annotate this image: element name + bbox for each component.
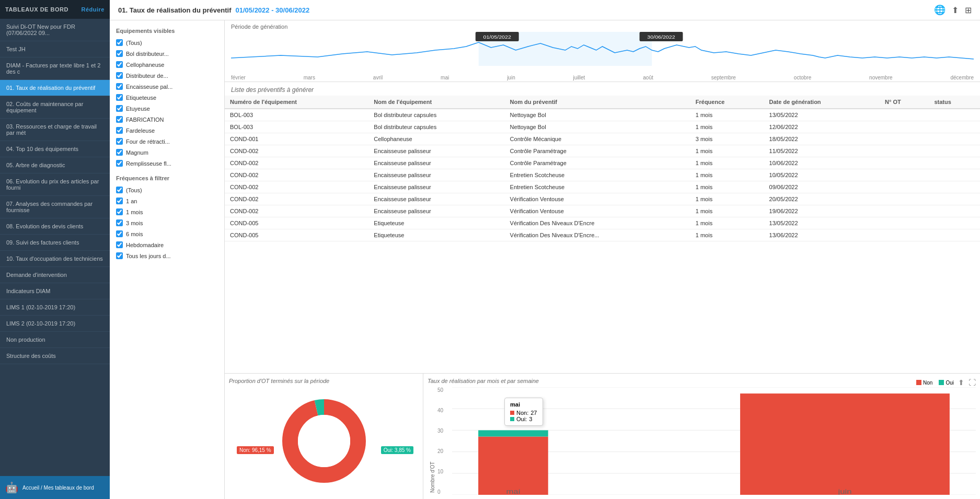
filter-top-icon[interactable]: ⊞ — [965, 5, 972, 15]
filter-equipment-bol_distributeur___[interactable]: Bol distributeur... — [110, 48, 224, 59]
bar-panel: Taux de réalisation par mois et par sema… — [423, 374, 980, 499]
cell-date: 19/06/2022 — [764, 205, 880, 217]
sidebar-item-couts-maintenance[interactable]: 02. Coûts de maintenance par équipement — [0, 96, 110, 119]
cell-nom-prev: Contrôle Mécanique — [505, 133, 690, 145]
cell-date: 10/05/2022 — [764, 169, 880, 181]
table-row: COND-002 Encaisseuse palisseur Vérificat… — [225, 193, 980, 205]
bar-tooltip: mai Non: 27 Oui: 3 — [504, 398, 543, 426]
expand-icon[interactable]: ⛶ — [969, 378, 976, 387]
timeline-area: Période de génération 01/05/2022 — [225, 20, 980, 82]
legend-oui-dot — [939, 380, 944, 385]
cell-ot — [880, 229, 929, 241]
filter-equipment-cellophaneuse[interactable]: Cellophaneuse — [110, 59, 224, 70]
filter-equipment-fabrication[interactable]: FABRICATION — [110, 114, 224, 125]
sidebar-item-indicateurs-diam[interactable]: Indicateurs DIAM — [0, 283, 110, 299]
cell-status — [929, 169, 980, 181]
sidebar-item-evolution-devis[interactable]: 08. Evolution des devis clients — [0, 218, 110, 235]
cell-nom-prev: Vérification Des Niveaux D'Encre — [505, 217, 690, 229]
donut-panel: Proportion d'OT terminés sur la période … — [225, 374, 423, 499]
cell-freq: 1 mois — [690, 193, 764, 205]
svg-text:mai: mai — [506, 488, 520, 495]
sidebar-item-taux-occupation[interactable]: 10. Taux d'occupation des techniciens — [0, 251, 110, 267]
tooltip-title: mai — [510, 401, 537, 408]
cell-num: COND-002 — [225, 205, 368, 217]
filter-freq-6_mois[interactable]: 6 mois — [110, 228, 224, 239]
sidebar-item-taux-realisation[interactable]: 01. Taux de réalisation du préventif — [0, 80, 110, 96]
share-icon[interactable]: ⬆ — [952, 5, 959, 15]
filter-equipment-etuyeuse[interactable]: Etuyeuse — [110, 103, 224, 114]
filter-equipment-magnum[interactable]: Magnum — [110, 147, 224, 158]
cell-status — [929, 217, 980, 229]
sidebar-item-ressources-charge[interactable]: 03. Ressources et charge de travail par … — [0, 119, 110, 141]
cell-status — [929, 109, 980, 121]
col-ot: N° OT — [880, 96, 929, 109]
filter-freq-tous_les_jours_d___[interactable]: Tous les jours d... — [110, 250, 224, 261]
col-num-equipement: Numéro de l'équipement — [225, 96, 368, 109]
sidebar-item-lims-2[interactable]: LIMS 2 (02-10-2019 17:20) — [0, 316, 110, 332]
cell-num: COND-005 — [225, 229, 368, 241]
cell-freq: 1 mois — [690, 157, 764, 169]
sidebar-item-evolution-prix[interactable]: 06. Evolution du prix des articles par f… — [0, 173, 110, 196]
svg-rect-17 — [740, 393, 950, 495]
cell-num: COND-002 — [225, 181, 368, 193]
filter-equipment-four_de_r_tracti___[interactable]: Four de rétracti... — [110, 136, 224, 147]
y-labels: 50 40 30 20 10 0 — [437, 387, 452, 495]
sidebar-item-lims-1[interactable]: LIMS 1 (02-10-2019 17:20) — [0, 299, 110, 316]
globe-icon[interactable]: 🌐 — [934, 4, 946, 16]
reduce-button[interactable]: Réduire — [82, 6, 105, 13]
sidebar-item-demande-intervention[interactable]: Demande d'intervention — [0, 267, 110, 283]
tooltip-non-row: Non: 27 — [510, 410, 537, 416]
filter-freq-hebdomadaire[interactable]: Hebdomadaire — [110, 239, 224, 250]
sidebar-item-structure-couts[interactable]: Structure des coûts — [0, 348, 110, 364]
filter-equipment-encaisseuse_pal___[interactable]: Encaisseuse pal... — [110, 81, 224, 92]
filter-freq-1_mois[interactable]: 1 mois — [110, 206, 224, 217]
sidebar-item-non-production[interactable]: Non production — [0, 332, 110, 348]
tooltip-oui-row: Oui: 3 — [510, 416, 537, 422]
donut-non-label: Non: 96,15 % — [237, 446, 274, 454]
sidebar-item-suivi-di-ot[interactable]: Suivi Di-OT New pour FDR (07/06/2022 09.… — [0, 19, 110, 41]
table-title: Liste des préventifs à générer — [225, 82, 980, 96]
table-row: BOL-003 Bol distributeur capsules Nettoy… — [225, 121, 980, 133]
table-row: BOL-003 Bol distributeur capsules Nettoy… — [225, 109, 980, 121]
filter-equipment-fardeleuse[interactable]: Fardeleuse — [110, 125, 224, 136]
cell-num: BOL-003 — [225, 121, 368, 133]
sidebar-footer: 🤖 Accueil / Mes tableaux de bord — [0, 476, 110, 499]
filter-freq-1_an[interactable]: 1 an — [110, 195, 224, 206]
filter-equipment-etiqueteuse[interactable]: Etiqueteuse — [110, 92, 224, 103]
sidebar-items: Suivi Di-OT New pour FDR (07/06/2022 09.… — [0, 19, 110, 364]
timeline-title: Période de génération — [231, 24, 974, 30]
table-row: COND-002 Encaisseuse palisseur Entretien… — [225, 181, 980, 193]
col-nom-preventif: Nom du préventif — [505, 96, 690, 109]
col-date-generation: Date de génération — [764, 96, 880, 109]
cell-freq: 1 mois — [690, 181, 764, 193]
filter-equipment-remplisseuse_fl___[interactable]: Remplisseuse fl... — [110, 158, 224, 169]
cell-nom-eq: Bol distributeur capsules — [368, 109, 504, 121]
cell-status — [929, 121, 980, 133]
sidebar-item-analyses-commandes[interactable]: 07. Analyses des commandes par fournisse — [0, 196, 110, 218]
footer-label[interactable]: Accueil / Mes tableaux de bord — [22, 485, 94, 491]
sidebar-item-test-jh[interactable]: Test JH — [0, 41, 110, 57]
cell-status — [929, 181, 980, 193]
cell-nom-eq: Cellophaneuse — [368, 133, 504, 145]
sidebar-item-arbre-diagnostic[interactable]: 05. Arbre de diagnostic — [0, 157, 110, 173]
bar-legend: Non Oui — [916, 380, 954, 386]
robot-icon: 🤖 — [5, 481, 18, 494]
bars-area: mai juin mai Non: 27 — [452, 387, 976, 495]
cell-nom-eq: Etiqueteuse — [368, 229, 504, 241]
filter-freq-_tous_[interactable]: (Tous) — [110, 184, 224, 195]
table-header-row: Numéro de l'équipement Nom de l'équipeme… — [225, 96, 980, 109]
export-icon[interactable]: ⬆ — [958, 378, 964, 387]
filter-freq-3_mois[interactable]: 3 mois — [110, 217, 224, 228]
filter-equipment-distributeur_de___[interactable]: Distributeur de... — [110, 70, 224, 81]
sidebar-item-diam-factures[interactable]: DIAM - Factures par texte libre 1 et 2 d… — [0, 57, 110, 80]
sidebar-item-top-10[interactable]: 04. Top 10 des équipements — [0, 141, 110, 157]
filter-equipment-_tous_[interactable]: (Tous) — [110, 37, 224, 48]
cell-nom-prev: Entretien Scotcheuse — [505, 169, 690, 181]
cell-status — [929, 229, 980, 241]
cell-date: 10/06/2022 — [764, 157, 880, 169]
sidebar-item-suivi-factures[interactable]: 09. Suivi des factures clients — [0, 235, 110, 251]
col-frequence: Fréquence — [690, 96, 764, 109]
cell-date: 13/05/2022 — [764, 217, 880, 229]
cell-nom-prev: Contrôle Paramétrage — [505, 157, 690, 169]
equipments-title: Equipements visibles — [110, 25, 224, 37]
